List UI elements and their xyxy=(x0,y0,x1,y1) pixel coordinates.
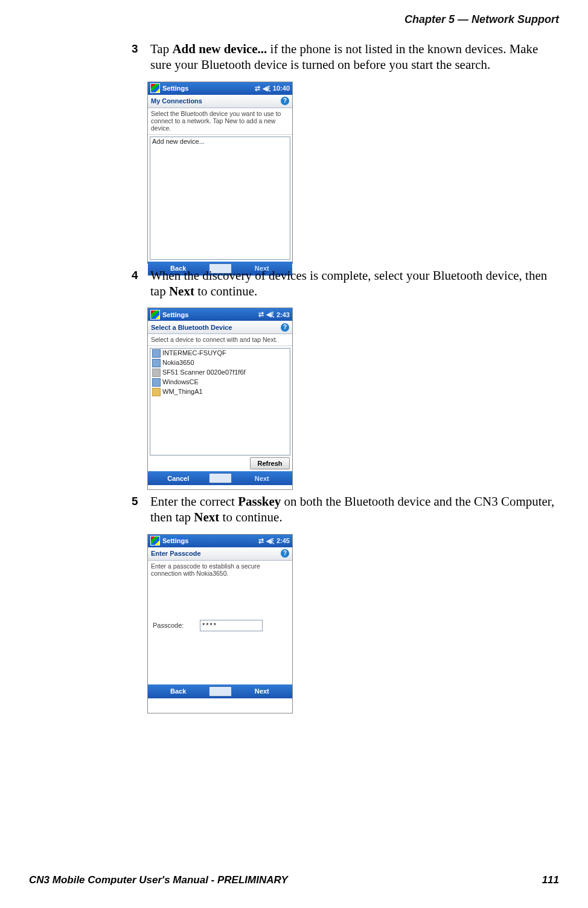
text: Enter the correct xyxy=(150,494,238,509)
button-row: Refresh xyxy=(148,457,292,471)
step-text: When the discovery of devices is complet… xyxy=(150,268,561,300)
soft-key-next[interactable]: Next xyxy=(232,475,293,482)
bold-text: Add new device... xyxy=(172,42,267,56)
bold-text: Passkey xyxy=(238,494,281,509)
screen-heading: Select a Bluetooth Device ? xyxy=(148,321,292,334)
footer-title: CN3 Mobile Computer User's Manual - PREL… xyxy=(29,874,288,886)
page-content: 3 Tap Add new device... if the phone is … xyxy=(132,37,565,717)
help-icon[interactable]: ? xyxy=(281,97,289,105)
step-number: 5 xyxy=(132,494,147,508)
device-icon xyxy=(152,388,161,396)
heading-text: Enter Passcode xyxy=(151,550,201,557)
list-item-add-new[interactable]: Add new device... xyxy=(150,137,290,147)
bold-text: Next xyxy=(194,510,219,524)
wm-titlebar: Settings ⇄ ◀ξ 10:40 xyxy=(148,82,292,95)
help-icon[interactable]: ? xyxy=(281,549,289,558)
devices-listbox[interactable]: Add new device... xyxy=(150,137,290,260)
title: Settings xyxy=(162,311,188,318)
step-text: Enter the correct Passkey on both the Bl… xyxy=(150,494,561,526)
heading-text: My Connections xyxy=(151,97,202,105)
soft-key-bar: Back Next xyxy=(148,684,292,698)
sip-keyboard-icon[interactable] xyxy=(209,473,232,483)
soft-key-next[interactable]: Next xyxy=(232,687,293,695)
instruction-text: Select a device to connect with and tap … xyxy=(148,334,292,346)
start-flag-icon[interactable] xyxy=(150,83,160,93)
clock[interactable]: 2:45 xyxy=(276,537,290,544)
passcode-input[interactable] xyxy=(200,620,263,631)
device-icon xyxy=(152,349,161,358)
start-flag-icon[interactable] xyxy=(150,536,160,546)
list-item[interactable]: WindowsCE xyxy=(150,378,290,387)
screenshot-enter-passcode: Settings ⇄ ◀ξ 2:45 Enter Passcode ? Ente… xyxy=(147,534,293,713)
device-icon xyxy=(152,359,161,367)
list-item-label: INTERMEC-FSUYQF xyxy=(162,349,226,358)
soft-key-cancel[interactable]: Cancel xyxy=(148,475,209,482)
list-item-label: Nokia3650 xyxy=(162,359,194,367)
heading-text: Select a Bluetooth Device xyxy=(151,324,232,331)
step-3: 3 Tap Add new device... if the phone is … xyxy=(132,41,565,73)
text: to continue. xyxy=(194,284,257,298)
device-icon xyxy=(152,369,161,377)
step-number: 3 xyxy=(132,41,147,56)
bold-text: Next xyxy=(169,284,194,298)
connectivity-icon[interactable]: ⇄ xyxy=(258,311,264,318)
connectivity-icon[interactable]: ⇄ xyxy=(258,537,264,545)
passcode-body: Enter a passcode to establish a secure c… xyxy=(148,561,292,684)
footer-page-number: 111 xyxy=(542,874,559,886)
help-icon[interactable]: ? xyxy=(281,323,289,332)
volume-icon[interactable]: ◀ξ xyxy=(266,537,274,545)
passcode-label: Passcode: xyxy=(153,622,200,629)
instruction-text: Select the Bluetooth device you want to … xyxy=(148,108,292,135)
devices-listbox[interactable]: INTERMEC-FSUYQF Nokia3650 SF51 Scanner 0… xyxy=(150,348,290,456)
list-item-label: Add new device... xyxy=(152,138,205,146)
start-flag-icon[interactable] xyxy=(150,310,160,320)
clock[interactable]: 10:40 xyxy=(273,85,290,92)
title: Settings xyxy=(162,85,188,92)
screenshot-my-connections: Settings ⇄ ◀ξ 10:40 My Connections ? Sel… xyxy=(147,82,293,264)
text: Tap xyxy=(150,42,172,56)
volume-icon[interactable]: ◀ξ xyxy=(266,311,274,318)
list-item-label: SF51 Scanner 0020e07f1f6f xyxy=(162,369,246,377)
screenshot-select-device: Settings ⇄ ◀ξ 2:43 Select a Bluetooth De… xyxy=(147,307,293,490)
step-number: 4 xyxy=(132,268,147,282)
passcode-row: Passcode: xyxy=(153,620,287,631)
screen-heading: Enter Passcode ? xyxy=(148,547,292,561)
screen-heading: My Connections ? xyxy=(148,95,292,108)
list-item-label: WindowsCE xyxy=(162,378,199,387)
list-item[interactable]: INTERMEC-FSUYQF xyxy=(150,349,290,358)
sip-keyboard-icon[interactable] xyxy=(209,686,232,697)
title: Settings xyxy=(162,537,188,544)
list-item-label: WM_ThingA1 xyxy=(162,388,203,396)
clock[interactable]: 2:43 xyxy=(276,311,290,318)
connectivity-icon[interactable]: ⇄ xyxy=(255,85,260,92)
step-4: 4 When the discovery of devices is compl… xyxy=(132,268,565,300)
refresh-button[interactable]: Refresh xyxy=(250,457,290,469)
wm-titlebar: Settings ⇄ ◀ξ 2:45 xyxy=(148,535,292,547)
step-text: Tap Add new device... if the phone is no… xyxy=(150,41,561,73)
list-item[interactable]: SF51 Scanner 0020e07f1f6f xyxy=(150,368,290,378)
step-5: 5 Enter the correct Passkey on both the … xyxy=(132,494,565,526)
volume-icon[interactable]: ◀ξ xyxy=(263,85,270,92)
soft-key-back[interactable]: Back xyxy=(148,687,209,695)
text: to continue. xyxy=(219,510,282,524)
wm-titlebar: Settings ⇄ ◀ξ 2:43 xyxy=(148,308,292,321)
instruction-text: Enter a passcode to establish a secure c… xyxy=(148,561,292,579)
soft-key-bar: Cancel Next xyxy=(148,471,292,485)
list-item[interactable]: WM_ThingA1 xyxy=(150,387,290,397)
device-icon xyxy=(152,378,161,387)
page-header: Chapter 5 — Network Support xyxy=(404,13,559,26)
list-item[interactable]: Nokia3650 xyxy=(150,358,290,368)
